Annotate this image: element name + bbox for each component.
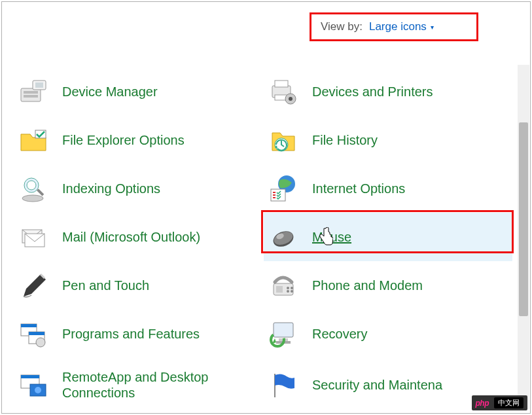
device-manager-icon	[16, 75, 50, 109]
svg-rect-39	[274, 323, 293, 337]
svg-point-37	[291, 290, 293, 293]
mouse-icon	[266, 220, 300, 254]
folder-options-icon	[16, 123, 50, 157]
item-mouse[interactable]: Mouse	[264, 213, 512, 261]
watermark-cn: 中文网	[494, 397, 523, 408]
item-internet-options[interactable]: Internet Options	[264, 164, 512, 213]
svg-rect-18	[21, 375, 39, 378]
item-devices-and-printers[interactable]: Devices and Printers	[264, 67, 512, 116]
svg-rect-9	[37, 189, 44, 196]
control-panel-window: View by: Large icons ▾	[1, 1, 531, 414]
item-pen-and-touch[interactable]: Pen and Touch	[14, 261, 262, 310]
internet-options-icon	[266, 171, 300, 206]
view-by-label: View by:	[321, 20, 363, 33]
item-label: Mail (Microsoft Outlook)	[62, 229, 200, 245]
devices-printers-icon	[266, 75, 300, 109]
item-label: File History	[312, 132, 378, 148]
item-label: Programs and Features	[62, 326, 200, 342]
svg-rect-2	[24, 95, 38, 98]
view-by-value: Large icons	[369, 20, 427, 33]
svg-rect-22	[275, 81, 288, 87]
indexing-icon	[16, 171, 50, 206]
item-label: Indexing Options	[62, 181, 160, 196]
item-indexing-options[interactable]: Indexing Options	[14, 164, 262, 213]
item-label: RemoteApp and Desktop Connections	[62, 369, 252, 401]
view-by-dropdown[interactable]: Large icons ▾	[369, 20, 434, 33]
item-label: Devices and Printers	[312, 84, 433, 99]
control-panel-grid: Device Manager File Explorer Options	[14, 67, 514, 412]
vertical-scrollbar[interactable]	[518, 65, 529, 409]
programs-icon	[16, 317, 50, 351]
svg-point-20	[35, 387, 41, 393]
item-phone-and-modem[interactable]: Phone and Modem	[264, 261, 512, 310]
item-programs-and-features[interactable]: Programs and Features	[14, 310, 262, 358]
svg-point-8	[27, 181, 36, 190]
remoteapp-icon	[16, 368, 50, 402]
mail-icon	[16, 220, 50, 254]
chevron-down-icon: ▾	[431, 24, 434, 31]
svg-rect-13	[21, 324, 37, 327]
view-by-highlight: View by: Large icons ▾	[310, 12, 478, 41]
watermark-brand: php	[476, 399, 489, 408]
item-file-explorer-options[interactable]: File Explorer Options	[14, 116, 262, 164]
security-flag-icon	[266, 368, 300, 402]
svg-point-16	[36, 338, 45, 347]
phone-modem-icon	[266, 268, 300, 302]
svg-rect-33	[276, 286, 283, 293]
watermark-badge: php 中文网	[472, 395, 528, 410]
item-label: Recovery	[312, 326, 367, 342]
grid-column-left: Device Manager File Explorer Options	[14, 67, 262, 412]
svg-rect-1	[24, 91, 38, 94]
item-remoteapp[interactable]: RemoteApp and Desktop Connections	[14, 358, 262, 412]
item-label: Security and Maintena	[312, 377, 442, 393]
item-label: Pen and Touch	[62, 278, 149, 293]
svg-rect-15	[29, 332, 44, 335]
recovery-icon	[266, 317, 300, 351]
item-recovery[interactable]: Recovery	[264, 310, 512, 358]
item-label: File Explorer Options	[62, 132, 185, 148]
item-mail[interactable]: Mail (Microsoft Outlook)	[14, 213, 262, 261]
item-label: Phone and Modem	[312, 278, 423, 293]
scrollbar-thumb[interactable]	[519, 122, 528, 316]
svg-point-36	[287, 290, 289, 293]
svg-rect-4	[35, 82, 43, 88]
grid-column-right: Devices and Printers File History	[264, 67, 512, 412]
item-file-history[interactable]: File History	[264, 116, 512, 164]
svg-point-25	[289, 97, 293, 101]
pen-icon	[16, 268, 50, 302]
svg-point-34	[287, 287, 289, 289]
svg-point-35	[291, 287, 293, 289]
svg-point-6	[22, 195, 43, 202]
item-label: Mouse	[312, 229, 351, 245]
item-label: Device Manager	[62, 84, 158, 99]
file-history-icon	[266, 123, 300, 157]
item-device-manager[interactable]: Device Manager	[14, 67, 262, 116]
item-label: Internet Options	[312, 181, 405, 196]
